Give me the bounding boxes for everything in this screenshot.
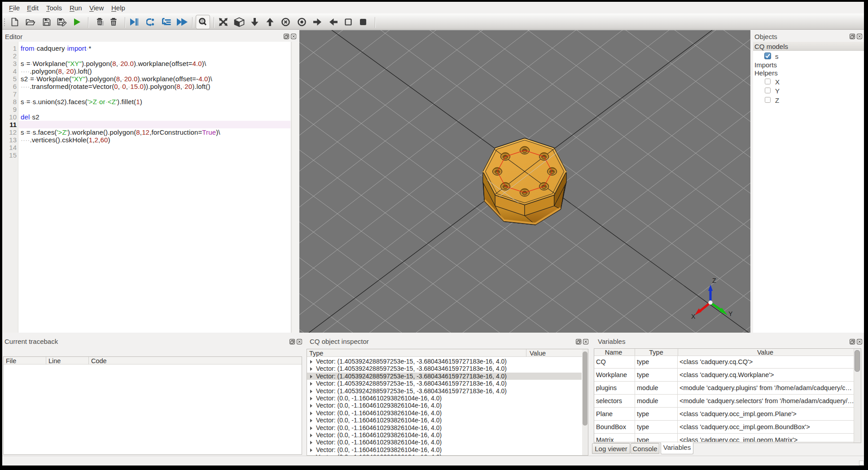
svg-text:X: X <box>691 313 696 320</box>
svg-text:Z: Z <box>712 277 716 284</box>
svg-text:Y: Y <box>728 310 733 317</box>
